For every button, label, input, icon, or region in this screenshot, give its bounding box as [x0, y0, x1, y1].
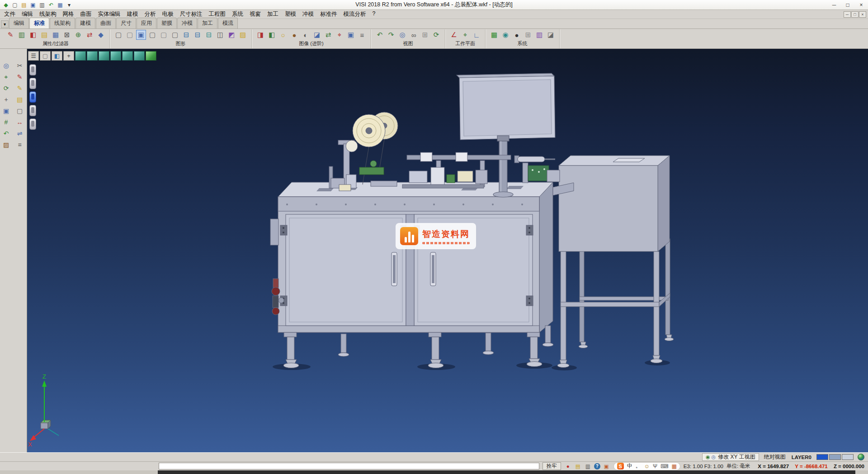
texture-icon[interactable]: ▨: [238, 30, 248, 40]
close-button[interactable]: ×: [854, 0, 868, 9]
swap-filter-icon[interactable]: ⇄: [85, 30, 94, 40]
ime-punct-icon[interactable]: 。: [636, 462, 641, 470]
image-red-icon[interactable]: ◨: [255, 30, 265, 40]
attribute-copy-icon[interactable]: ▥: [17, 30, 27, 40]
view-cube-iso3-icon[interactable]: [134, 51, 145, 61]
cad-cabinet[interactable]: [278, 182, 553, 332]
light-icon[interactable]: ○: [278, 30, 288, 40]
tab-modeling[interactable]: 建模: [75, 18, 95, 28]
sketch-icon[interactable]: ✎: [14, 72, 25, 82]
monitor-icon[interactable]: ▦: [56, 1, 64, 9]
clone-view-icon[interactable]: ◫: [215, 30, 225, 40]
lock-button[interactable]: 拴牢: [542, 462, 561, 470]
section-view-icon[interactable]: ◪: [312, 30, 322, 40]
image-small-icon[interactable]: ▣: [603, 463, 610, 470]
probe-icon[interactable]: ⌖: [335, 30, 344, 40]
sogou-logo-icon[interactable]: S: [617, 463, 624, 469]
ime-toolbar[interactable]: S中。☺Ψ⌨▦: [613, 462, 680, 470]
mdi-close-button[interactable]: ×: [859, 11, 866, 18]
ime-mic-icon[interactable]: Ψ: [653, 463, 657, 469]
color-palette-icon[interactable]: ▦: [489, 30, 499, 40]
entity-list-icon[interactable]: ⊟: [181, 30, 191, 40]
tab-molding[interactable]: 塑膜: [157, 18, 177, 28]
white-draw-icon[interactable]: ▢: [40, 51, 51, 61]
pen-icon[interactable]: ✎: [14, 83, 25, 93]
rotate-icon[interactable]: ⟳: [1, 83, 12, 93]
hidden-line-icon[interactable]: ▢: [147, 30, 157, 40]
attribute-edit-icon[interactable]: ✎: [5, 30, 15, 40]
print-icon[interactable]: ▥: [38, 1, 46, 9]
view-cube-iso2-icon[interactable]: [122, 51, 133, 61]
render-settings-icon[interactable]: ◩: [226, 30, 236, 40]
menu-item[interactable]: 视窗: [246, 9, 264, 19]
menu-item[interactable]: 冲模: [299, 9, 317, 19]
shadow-icon[interactable]: ◐: [301, 30, 311, 40]
qat-dropdown-icon[interactable]: ▾: [65, 1, 73, 9]
tab-standard[interactable]: 标准: [29, 18, 49, 28]
help-icon[interactable]: ?: [594, 463, 600, 469]
view-menu-icon[interactable]: ☰: [28, 51, 39, 61]
minimize-button[interactable]: ─: [827, 0, 841, 9]
viewport-layout-2-icon[interactable]: [29, 78, 36, 89]
snapshot-icon[interactable]: ▣: [346, 30, 356, 40]
snap-point-icon[interactable]: ⌖: [1, 72, 12, 82]
view-cube-iso4-icon[interactable]: [146, 51, 156, 61]
undo-arrow-icon[interactable]: ↶: [1, 128, 12, 138]
layer-color-swatch-light[interactable]: [842, 454, 854, 460]
stop-icon[interactable]: ●: [564, 463, 572, 470]
view-cube-top-icon[interactable]: [75, 51, 86, 61]
snap-grid-icon[interactable]: ⊞: [523, 30, 533, 40]
tab-die[interactable]: 冲模: [177, 18, 197, 28]
dynamic-view-icon[interactable]: ▢: [159, 30, 169, 40]
view-cube-iso1-icon[interactable]: [110, 51, 121, 61]
ime-toolbox-icon[interactable]: ▦: [671, 463, 676, 469]
tab-machining[interactable]: 加工: [198, 18, 217, 28]
tab-application[interactable]: 应用: [137, 18, 156, 28]
viewport-layout-3-icon[interactable]: [29, 91, 36, 103]
viewport-layout-1-icon[interactable]: [29, 64, 36, 76]
material-icon[interactable]: ●: [289, 30, 299, 40]
ime-keyboard-icon[interactable]: ⌨: [660, 463, 668, 469]
tab-moldflow[interactable]: 模流: [218, 18, 238, 28]
menu-item[interactable]: 标准件: [317, 9, 340, 19]
view-mode-radio-icon[interactable]: ◉: [706, 454, 710, 460]
visi-logo-icon[interactable]: ◆: [2, 1, 10, 9]
selection-mask-icon[interactable]: ⊠: [62, 30, 72, 40]
color-filter-icon[interactable]: ◧: [28, 30, 38, 40]
database-icon[interactable]: ⊟: [193, 30, 203, 40]
menu-item[interactable]: 塑模: [282, 9, 299, 19]
tab-edit[interactable]: 编辑: [9, 18, 29, 28]
cad-side-table[interactable]: [557, 156, 674, 368]
workplane-origin-icon[interactable]: ⌖: [460, 30, 470, 40]
menu-item[interactable]: 模流分析: [340, 9, 369, 19]
active-layer-label[interactable]: LAYER0: [791, 455, 812, 460]
command-input-field[interactable]: [159, 463, 539, 469]
compare-icon[interactable]: ⇄: [323, 30, 333, 40]
absolute-view-button[interactable]: 绝对视图: [763, 453, 787, 461]
dynamic-pan-icon[interactable]: +: [63, 51, 74, 61]
folder-small-icon[interactable]: ▤: [574, 463, 582, 470]
view-axis-icon[interactable]: ◎: [712, 454, 716, 460]
save-icon[interactable]: ▣: [29, 1, 37, 9]
link-filter-icon[interactable]: ⊕: [73, 30, 83, 40]
tab-wireframe[interactable]: 线架构: [50, 18, 75, 28]
ime-emoji-icon[interactable]: ☺: [644, 463, 650, 469]
viewport-3d-model[interactable]: [27, 49, 868, 452]
measure-icon[interactable]: #: [1, 117, 12, 127]
workplane-set-icon[interactable]: ∠: [449, 30, 459, 40]
layer-filter-icon[interactable]: ▤: [39, 30, 49, 40]
advanced-settings-icon[interactable]: ≡: [357, 30, 367, 40]
dimension-icon[interactable]: ↔: [14, 117, 25, 127]
zoom-window-icon[interactable]: ⊞: [420, 30, 430, 40]
align-icon[interactable]: ≡: [14, 140, 25, 150]
mdi-minimize-button[interactable]: ─: [844, 11, 851, 18]
type-filter-icon[interactable]: ▦: [51, 30, 61, 40]
menu-item[interactable]: 加工: [264, 9, 282, 19]
new-document-icon[interactable]: ▢: [11, 1, 19, 9]
ime-mode-icon[interactable]: 中: [627, 462, 632, 470]
status-globe-icon[interactable]: [858, 454, 864, 460]
viewport-layout-4-icon[interactable]: [29, 105, 36, 116]
ramp-icon[interactable]: ◪: [546, 30, 556, 40]
tab-dropdown-icon[interactable]: ▾: [1, 20, 9, 28]
menu-item[interactable]: ?: [369, 9, 379, 19]
